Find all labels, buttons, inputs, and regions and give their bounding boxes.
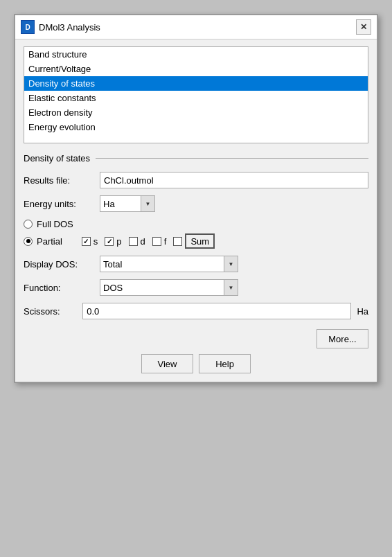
function-arrow: ▼ <box>224 280 238 295</box>
partial-radio-row: Partial <box>24 236 62 247</box>
listbox-item-density-of-states[interactable]: Density of states <box>24 76 368 91</box>
main-button-row: View Help <box>24 354 368 373</box>
title-bar-left: D DMol3 Analysis <box>21 20 100 34</box>
sum-button[interactable]: Sum <box>185 233 215 249</box>
function-wrapper[interactable]: DOSIDOS ▼ <box>100 279 238 296</box>
main-window: D DMol3 Analysis ✕ Band structureCurrent… <box>14 14 378 383</box>
partial-d-label: d <box>141 236 145 247</box>
full-dos-radio[interactable] <box>24 220 33 229</box>
scissors-unit: Ha <box>357 306 368 317</box>
partial-row: Partial ✓ s ✓ p d f Sum <box>24 233 368 249</box>
help-button[interactable]: Help <box>199 354 251 373</box>
partial-p-label: p <box>116 236 121 247</box>
listbox-item-band-structure[interactable]: Band structure <box>24 47 368 62</box>
function-row: Function: DOSIDOS ▼ <box>24 279 368 296</box>
listbox-item-energy-evolution[interactable]: Energy evolution <box>24 120 368 134</box>
function-select[interactable]: DOSIDOS <box>100 280 224 295</box>
partial-sum-checkbox[interactable] <box>173 237 182 246</box>
full-dos-label: Full DOS <box>37 219 73 229</box>
content-area: Band structureCurrent/VoltageDensity of … <box>15 39 377 382</box>
partial-d-checkbox[interactable] <box>129 237 138 246</box>
results-file-row: Results file: <box>24 172 368 188</box>
energy-units-arrow: ▼ <box>141 196 154 211</box>
partial-label: Partial <box>37 236 62 247</box>
listbox-item-current-voltage[interactable]: Current/Voltage <box>24 62 368 76</box>
title-bar: D DMol3 Analysis ✕ <box>15 15 377 39</box>
scissors-label: Scissors: <box>24 306 82 317</box>
dos-type-group: Full DOS Partial ✓ s ✓ p d f <box>24 219 368 249</box>
partial-radio[interactable] <box>24 237 33 246</box>
app-icon: D <box>21 20 35 34</box>
partial-s-label: s <box>93 236 98 247</box>
window-title: DMol3 Analysis <box>39 22 100 33</box>
function-label: Function: <box>24 283 100 293</box>
display-dos-label: Display DOS: <box>24 259 100 269</box>
partial-f-checkbox[interactable] <box>152 237 161 246</box>
scissors-input[interactable] <box>82 303 351 319</box>
partial-p-checkbox[interactable]: ✓ <box>105 237 114 246</box>
display-dos-select[interactable]: TotalPartial <box>100 256 224 272</box>
listbox-item-electron-density[interactable]: Electron density <box>24 105 368 120</box>
scissors-row: Scissors: Ha <box>24 303 368 319</box>
energy-units-select[interactable]: HaeVRy <box>100 196 141 211</box>
display-dos-wrapper[interactable]: TotalPartial ▼ <box>100 256 238 272</box>
section-divider <box>96 158 368 159</box>
view-button[interactable]: View <box>141 354 193 373</box>
full-dos-row: Full DOS <box>24 219 368 229</box>
more-button[interactable]: More... <box>317 329 368 348</box>
energy-units-label: Energy units: <box>24 199 100 209</box>
more-button-row: More... <box>24 329 368 348</box>
energy-units-wrapper[interactable]: HaeVRy ▼ <box>100 195 155 212</box>
display-dos-arrow: ▼ <box>224 256 238 272</box>
partial-s-checkbox[interactable]: ✓ <box>82 237 91 246</box>
listbox-item-elastic-constants[interactable]: Elastic constants <box>24 91 368 105</box>
close-button[interactable]: ✕ <box>356 19 371 35</box>
results-file-control <box>100 172 368 188</box>
results-file-input[interactable] <box>100 172 368 188</box>
partial-f-label: f <box>164 236 167 247</box>
analysis-listbox[interactable]: Band structureCurrent/VoltageDensity of … <box>24 46 368 143</box>
energy-units-row: Energy units: HaeVRy ▼ <box>24 195 368 212</box>
section-header: Density of states <box>24 153 368 163</box>
section-header-text: Density of states <box>24 153 90 163</box>
results-file-label: Results file: <box>24 175 100 186</box>
display-dos-row: Display DOS: TotalPartial ▼ <box>24 256 368 272</box>
partial-checkboxes: ✓ s ✓ p d f Sum <box>82 233 215 249</box>
